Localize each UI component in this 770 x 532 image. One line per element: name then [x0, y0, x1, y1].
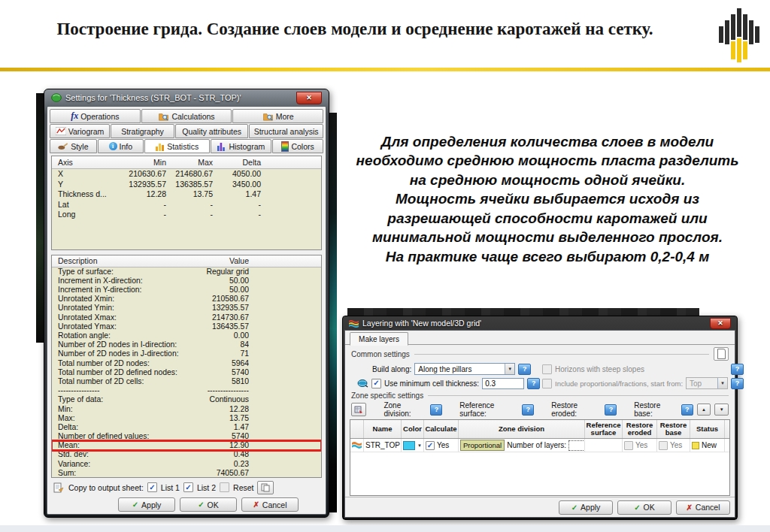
column-header: Reference surface: [585, 420, 623, 438]
stats-row: Number of defined values: 5740: [52, 432, 321, 441]
help-button[interactable]: ?: [731, 364, 744, 375]
axis-name: Long: [52, 210, 121, 220]
list2-checkbox[interactable]: ✓: [183, 482, 193, 492]
horizons-steep-slopes-label: Horizons with steep slopes: [555, 365, 644, 373]
tab-histogram[interactable]: Histogram: [211, 139, 272, 153]
tab-label: Operations: [80, 112, 119, 121]
save-settings-button[interactable]: [714, 347, 729, 361]
stat-value: 50.00: [201, 277, 249, 286]
use-min-thickness-checkbox[interactable]: ✓: [371, 379, 381, 388]
stat-value: 0.48: [201, 450, 249, 459]
restore-eroded-value: Yes: [635, 441, 647, 449]
tab-colors[interactable]: Colors: [272, 139, 323, 153]
tab-calculations[interactable]: Calculations: [141, 109, 232, 123]
zone-settings-button[interactable]: [351, 403, 366, 416]
tab-info[interactable]: i Info: [98, 139, 144, 153]
folder-search-icon: [158, 112, 169, 121]
column-header: Color: [402, 420, 424, 438]
collapse-up-button[interactable]: ▲: [697, 404, 711, 416]
tab-structural-analysis[interactable]: Structural analysis: [249, 124, 323, 138]
tab-statistics[interactable]: Statistics: [144, 139, 210, 153]
zone-color-cell[interactable]: ▼: [402, 439, 424, 452]
zone-restore-base-cell[interactable]: Yes: [657, 439, 690, 452]
restore-eroded-checkbox[interactable]: [624, 441, 633, 450]
stat-value: 12.28: [201, 405, 249, 414]
stat-description: Max:: [52, 414, 201, 423]
help-button[interactable]: ?: [527, 378, 540, 389]
list1-checkbox[interactable]: ✓: [147, 482, 157, 492]
settings-dialog-buttons: ✓ Apply ✓ OK ✗ Cancel: [47, 495, 326, 514]
stats-row: Sum: 74050.67: [52, 469, 321, 478]
stat-description: Number of defined values:: [52, 432, 201, 441]
help-button[interactable]: ?: [731, 378, 744, 389]
color-swatch: [403, 441, 415, 450]
min-thickness-input[interactable]: [482, 378, 524, 389]
axis-name: Y: [52, 180, 121, 190]
restore-base-label: Restore base:: [634, 401, 678, 418]
zone-table-row[interactable]: STR_TOP ▼ ✓ Yes Proportional Number of l…: [350, 439, 729, 452]
zone-table-header: Name Color Calculate Zone division Refer…: [350, 420, 729, 439]
zone-restore-eroded-cell[interactable]: Yes: [623, 439, 657, 452]
help-button[interactable]: ?: [430, 404, 442, 416]
layering-dialog-titlebar[interactable]: Layering with 'New model/3D grid' ✕: [344, 316, 735, 330]
stat-description: Type of surface:: [52, 268, 201, 277]
zone-calculate-cell[interactable]: ✓ Yes: [424, 439, 459, 452]
zone-name-cell[interactable]: STR_TOP: [364, 439, 402, 452]
stat-description: Min:: [52, 405, 201, 414]
cancel-button[interactable]: ✗ Cancel: [241, 497, 299, 512]
stat-description: Number of 2D nodes in I-direction:: [52, 340, 201, 349]
proportional-chip[interactable]: Proportional: [460, 440, 505, 451]
build-along-label: Build along:: [372, 365, 411, 373]
ok-button[interactable]: ✓ OK: [617, 500, 671, 515]
fx-icon: fx: [71, 110, 78, 122]
stat-description: Unrotated Ymin:: [52, 304, 201, 313]
tab-operations[interactable]: fx Operations: [50, 109, 141, 123]
common-settings-label: Common settings: [351, 350, 410, 358]
stat-value: 50.00: [201, 286, 249, 295]
help-button[interactable]: ?: [518, 364, 531, 375]
chevron-down-icon: ▼: [717, 378, 727, 388]
stats-row: Number of 2D nodes in I-direction: 84: [52, 340, 321, 349]
apply-button[interactable]: ✓ Apply: [559, 500, 613, 515]
help-button[interactable]: ?: [681, 404, 693, 416]
copy-icon: [261, 483, 270, 492]
include-proportional-checkbox[interactable]: [542, 379, 552, 388]
axis-table-row: Long - - -: [52, 210, 321, 220]
help-button[interactable]: ?: [522, 404, 534, 416]
axis-delta: 1.47: [213, 189, 261, 200]
tab-style[interactable]: Style: [50, 139, 97, 153]
tab-label: Calculations: [171, 112, 214, 121]
axis-table-row: Y 132935.57 136385.57 3450.00: [52, 180, 321, 190]
build-along-select[interactable]: Along the pillars ▼: [414, 363, 515, 375]
restore-base-checkbox[interactable]: [659, 441, 668, 450]
ok-button[interactable]: ✓ OK: [180, 497, 237, 512]
close-icon[interactable]: ✕: [296, 92, 322, 104]
cancel-button[interactable]: ✗ Cancel: [676, 500, 730, 515]
collapse-down-button[interactable]: ▼: [714, 404, 729, 416]
stat-value: 5740: [201, 368, 249, 377]
calculate-checkbox[interactable]: ✓: [426, 441, 435, 450]
settings-dialog-titlebar[interactable]: Settings for 'Thickness (STR_BOT - STR_T…: [47, 89, 326, 106]
help-button[interactable]: ?: [605, 404, 617, 416]
tab-stratigraphy[interactable]: Stratigraphy: [111, 124, 174, 138]
apply-label: Apply: [581, 503, 600, 512]
tab-quality-attributes[interactable]: Quality attributes: [175, 124, 248, 138]
check-icon: ✓: [132, 500, 138, 509]
zone-controls-row: Zone division: ? Reference surface: ? Re…: [345, 401, 735, 419]
copy-button[interactable]: [257, 481, 274, 494]
tab-make-layers[interactable]: Make layers: [350, 332, 408, 346]
reset-label: Reset: [233, 483, 253, 492]
close-icon[interactable]: ✕: [710, 318, 731, 329]
apply-button[interactable]: ✓ Apply: [118, 497, 175, 512]
stats-row: Total number of 2D nodes: 5964: [52, 359, 321, 368]
tab-more[interactable]: More: [232, 109, 323, 123]
start-from-select[interactable]: Top ▼: [686, 377, 728, 389]
tab-label: Stratigraphy: [121, 127, 164, 136]
stats-row: Rotation angle: 0.00: [52, 331, 321, 340]
reset-checkbox[interactable]: [220, 482, 229, 492]
axis-max: 13.75: [166, 189, 213, 200]
horizons-steep-slopes-checkbox[interactable]: [542, 364, 552, 374]
layers-count-input[interactable]: [568, 440, 585, 451]
tab-variogram[interactable]: Variogram: [50, 124, 110, 138]
stat-value: 5740: [201, 432, 249, 441]
